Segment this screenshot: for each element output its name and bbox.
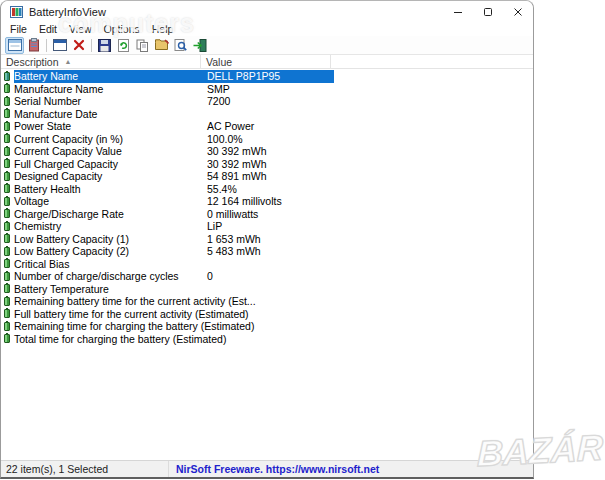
exit-icon[interactable] — [190, 37, 209, 54]
battery-icon — [4, 184, 10, 193]
table-row[interactable]: Serial Number 7200 — [1, 95, 334, 108]
row-description: Battery Temperature — [14, 283, 204, 296]
row-value: 1 653 mWh — [204, 233, 334, 246]
battery-icon — [4, 334, 10, 343]
row-value: 30 392 mWh — [204, 158, 334, 171]
menu-view[interactable]: View — [63, 23, 98, 36]
maximize-button[interactable] — [473, 1, 503, 23]
table-row[interactable]: Low Battery Capacity (2) 5 483 mWh — [1, 245, 334, 258]
row-description: Critical Bias — [14, 258, 204, 271]
close-button[interactable] — [503, 1, 533, 23]
save-icon[interactable] — [95, 37, 114, 54]
title-bar[interactable]: BatteryInfoView — [1, 1, 533, 23]
battery-icon — [4, 247, 10, 256]
table-row[interactable]: Battery Health 55.4% — [1, 183, 334, 196]
battery-icon — [4, 84, 10, 93]
row-description: Chemistry — [14, 220, 204, 233]
battery-log-view-icon[interactable] — [24, 37, 43, 54]
battery-icon — [4, 122, 10, 131]
row-value: 100.0% — [204, 133, 334, 146]
toolbar-separator — [91, 39, 92, 52]
table-row[interactable]: Power State AC Power — [1, 120, 334, 133]
battery-icon — [4, 72, 10, 81]
table-row[interactable]: Remaining battery time for the current a… — [1, 295, 334, 308]
table-row[interactable]: Designed Capacity 54 891 mWh — [1, 170, 334, 183]
row-description: Battery Name — [14, 70, 204, 83]
find-icon[interactable] — [171, 37, 190, 54]
row-description: Serial Number — [14, 95, 204, 108]
battery-icon — [4, 209, 10, 218]
row-value: LiP — [204, 220, 334, 233]
table-row[interactable]: Full Charged Capacity 30 392 mWh — [1, 158, 334, 171]
row-description: Charge/Discharge Rate — [14, 208, 204, 221]
list-header: Description ▲ Value — [1, 55, 533, 69]
row-value: 0 milliwatts — [204, 208, 334, 221]
table-row[interactable]: Full battery time for the current activi… — [1, 308, 334, 321]
row-value: DELL P8P1P95 — [204, 70, 334, 83]
battery-icon — [4, 272, 10, 281]
row-description: Power State — [14, 120, 204, 133]
row-description: Remaining battery time for the current a… — [14, 295, 204, 308]
row-description: Low Battery Capacity (2) — [14, 245, 204, 258]
table-row[interactable]: Current Capacity (in %) 100.0% — [1, 133, 334, 146]
row-value: 7200 — [204, 95, 334, 108]
menu-file[interactable]: File — [4, 23, 33, 36]
status-item-count: 22 item(s), 1 Selected — [1, 461, 169, 477]
battery-icon — [4, 259, 10, 268]
table-row[interactable]: Chemistry LiP — [1, 220, 334, 233]
battery-icon — [4, 222, 10, 231]
table-row[interactable]: Critical Bias — [1, 258, 334, 271]
battery-icon — [4, 297, 10, 306]
battery-info-view-icon[interactable] — [5, 37, 24, 54]
table-row[interactable]: Battery Temperature — [1, 283, 334, 296]
minimize-button[interactable] — [443, 1, 473, 23]
row-description: Number of charge/discharge cycles — [14, 270, 204, 283]
row-description: Remaining time for charging the battery … — [14, 320, 204, 333]
app-icon — [10, 6, 23, 18]
row-description: Voltage — [14, 195, 204, 208]
delete-icon[interactable] — [69, 37, 88, 54]
row-value: 5 483 mWh — [204, 245, 334, 258]
table-row[interactable]: Battery Name DELL P8P1P95 — [1, 70, 334, 83]
toolbar-separator — [46, 39, 47, 52]
menu-bar: File Edit View Options Help — [1, 23, 533, 36]
row-description: Manufacture Name — [14, 83, 204, 96]
row-value: 30 392 mWh — [204, 145, 334, 158]
table-row[interactable]: Current Capacity Value 30 392 mWh — [1, 145, 334, 158]
row-description: Current Capacity Value — [14, 145, 204, 158]
item-properties-icon[interactable] — [152, 37, 171, 54]
row-value: 12 164 millivolts — [204, 195, 334, 208]
menu-help[interactable]: Help — [146, 23, 180, 36]
table-row[interactable]: Low Battery Capacity (1) 1 653 mWh — [1, 233, 334, 246]
row-description: Designed Capacity — [14, 170, 204, 183]
battery-icon — [4, 109, 10, 118]
menu-edit[interactable]: Edit — [33, 23, 63, 36]
battery-icon — [4, 159, 10, 168]
battery-info-list: Battery Name DELL P8P1P95 Manufacture Na… — [1, 69, 533, 460]
battery-icon — [4, 147, 10, 156]
properties-window-icon[interactable] — [50, 37, 69, 54]
nirsoft-link[interactable]: NirSoft Freeware. https://www.nirsoft.ne… — [169, 463, 379, 475]
table-row[interactable]: Total time for charging the battery (Est… — [1, 333, 334, 346]
battery-icon — [4, 197, 10, 206]
table-row[interactable]: Manufacture Date — [1, 108, 334, 121]
row-description: Manufacture Date — [14, 108, 204, 121]
battery-icon — [4, 134, 10, 143]
row-description: Battery Health — [14, 183, 204, 196]
table-row[interactable]: Number of charge/discharge cycles 0 — [1, 270, 334, 283]
table-row[interactable]: Charge/Discharge Rate 0 milliwatts — [1, 208, 334, 221]
copy-icon[interactable] — [133, 37, 152, 54]
table-row[interactable]: Remaining time for charging the battery … — [1, 320, 334, 333]
status-bar: 22 item(s), 1 Selected NirSoft Freeware.… — [1, 460, 533, 477]
row-value: 55.4% — [204, 183, 334, 196]
column-header-value[interactable]: Value — [201, 55, 331, 68]
battery-icon — [4, 284, 10, 293]
batteryinfoview-window: BatteryInfoView File Edit View Options H… — [0, 0, 534, 479]
table-row[interactable]: Voltage 12 164 millivolts — [1, 195, 334, 208]
window-title: BatteryInfoView — [29, 6, 106, 18]
menu-options[interactable]: Options — [98, 23, 146, 36]
refresh-icon[interactable] — [114, 37, 133, 54]
row-description: Current Capacity (in %) — [14, 133, 204, 146]
column-header-description[interactable]: Description ▲ — [1, 55, 201, 68]
table-row[interactable]: Manufacture Name SMP — [1, 83, 334, 96]
